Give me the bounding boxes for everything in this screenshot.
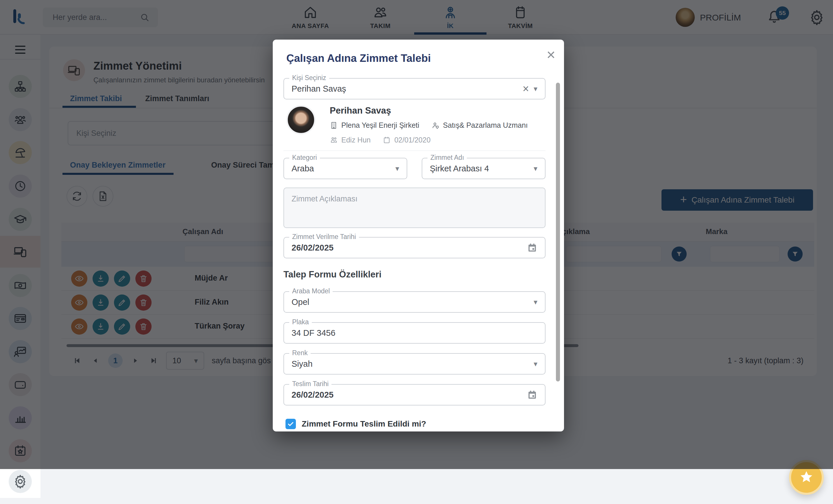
calendar-icon [383, 136, 391, 144]
sidebar-settings-button[interactable] [9, 470, 32, 493]
asset-name-select[interactable]: Zimmet Adı Şirket Arabası 4 ▾ [422, 158, 546, 179]
chevron-down-icon: ▾ [533, 359, 538, 369]
modal-title: Çalışan Adına Zimmet Talebi [286, 52, 431, 65]
form-delivered-row: Zimmet Formu Teslim Edildi mi? [285, 419, 426, 429]
asset-request-modal: Çalışan Adına Zimmet Talebi × Kişi Seçin… [273, 40, 564, 431]
category-select[interactable]: Kategori Araba ▾ [283, 158, 407, 179]
form-delivered-checkbox[interactable] [285, 419, 296, 429]
chevron-down-icon: ▾ [533, 164, 538, 173]
star-icon [798, 469, 814, 485]
role-icon [431, 121, 439, 129]
given-date-field[interactable]: Zimmet Verilme Tarihi 26/02/2025 [283, 237, 546, 258]
close-icon[interactable]: × [547, 47, 555, 62]
employee-role: Satış& Pazarlama Uzmanı [443, 121, 528, 129]
calendar-icon[interactable] [527, 243, 538, 253]
building-icon [330, 121, 338, 129]
modal-scrollbar-thumb[interactable] [556, 83, 560, 381]
gear-icon [13, 474, 28, 489]
employee-manager: Ediz Hun [341, 136, 371, 144]
form-delivered-label: Zimmet Formu Teslim Edildi mi? [302, 419, 426, 429]
chevron-down-icon: ▾ [396, 164, 399, 173]
delivery-date-field[interactable]: Teslim Tarihi 26/02/2025 [283, 384, 546, 405]
calendar-icon[interactable] [527, 389, 538, 400]
color-select[interactable]: Renk Siyah ▾ [283, 353, 546, 375]
plate-input[interactable]: Plaka 34 DF 3456 [283, 322, 546, 344]
clear-icon[interactable]: × [523, 83, 529, 94]
chevron-down-icon: ▾ [533, 84, 538, 93]
asset-description-textarea[interactable] [283, 187, 546, 228]
employee-name: Perihan Savaş [330, 105, 391, 116]
employee-start-date: 02/01/2020 [394, 136, 430, 144]
chevron-down-icon: ▾ [533, 298, 538, 307]
employee-avatar [286, 105, 315, 134]
person-select-field[interactable]: Kişi Seçiniz Perihan Savaş × ▾ [283, 78, 546, 99]
employee-company: Plena Yeşil Enerji Şirketi [341, 121, 420, 129]
car-model-select[interactable]: Araba Model Opel ▾ [283, 291, 546, 313]
manager-icon [330, 136, 338, 144]
section-title: Talep Formu Özellikleri [283, 269, 381, 280]
